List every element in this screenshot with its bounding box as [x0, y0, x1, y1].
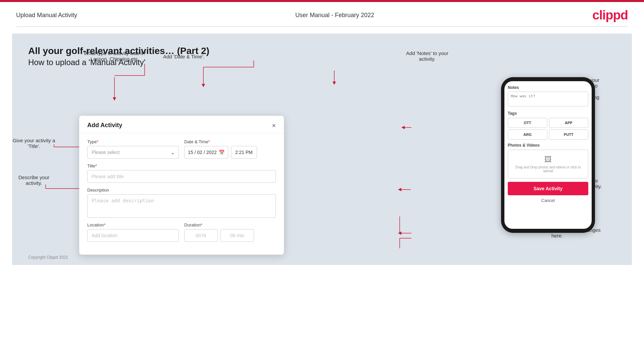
dialog-header: Add Activity ×: [79, 116, 284, 133]
date-input[interactable]: 15 / 02 / 2022 📅: [184, 146, 228, 159]
main-content: All your golf-relevant activities… (Part…: [12, 34, 632, 265]
add-activity-dialog: Add Activity × Type* Please select ⌄: [79, 116, 284, 255]
save-activity-button[interactable]: Save Activity: [508, 182, 588, 195]
title-group: Title*: [87, 163, 276, 183]
svg-marker-27: [398, 188, 401, 191]
dialog-title: Add Activity: [87, 122, 122, 129]
tag-putt[interactable]: PUTT: [549, 130, 589, 140]
svg-marker-5: [202, 84, 205, 87]
date-value: 15 / 02 / 2022: [188, 150, 217, 155]
header-left-title: Upload Manual Activity: [16, 12, 77, 19]
svg-marker-1: [113, 97, 116, 101]
annotation-date-time: Add 'Date & Time'.: [163, 54, 204, 59]
image-icon: 🖼: [511, 155, 585, 164]
location-group: Location*: [87, 222, 179, 242]
phone-mockup: Notes Tags OTT APP ARG PUTT Photos & Vid…: [501, 77, 595, 233]
pv-upload-text: Drag and Drop photos and videos or click…: [511, 165, 585, 173]
duration-group: Duration*: [184, 222, 276, 242]
header: Upload Manual Activity User Manual - Feb…: [0, 2, 644, 27]
phone-inner: Notes Tags OTT APP ARG PUTT Photos & Vid…: [504, 81, 592, 207]
annotation-title: Give your activity a 'Title'.: [12, 138, 56, 149]
time-value: 2:21 PM: [235, 150, 253, 155]
description-row: Description: [87, 188, 276, 218]
type-label: Type*: [87, 139, 179, 144]
tag-ott[interactable]: OTT: [508, 118, 547, 128]
copyright: Copyright Clippd 2021: [28, 255, 68, 260]
type-group: Type* Please select ⌄: [87, 139, 179, 159]
location-duration-row: Location* Duration*: [87, 222, 276, 242]
location-input[interactable]: [87, 229, 179, 242]
tags-grid: OTT APP ARG PUTT: [508, 118, 588, 140]
annotation-what-type: What type of activity was it? Lesson, Ch…: [81, 50, 148, 62]
datetime-group: Date & Time* 15 / 02 / 2022 📅 2:21 PM: [184, 139, 276, 159]
description-label: Description: [87, 188, 276, 193]
tag-arg[interactable]: ARG: [508, 130, 547, 140]
svg-marker-25: [401, 126, 405, 129]
header-center-title: User Manual - February 2022: [295, 12, 374, 19]
notes-label: Notes: [508, 85, 588, 90]
tag-app[interactable]: APP: [549, 118, 589, 128]
duration-hr-input[interactable]: [184, 229, 218, 242]
phone-panel: Notes Tags OTT APP ARG PUTT Photos & Vid…: [498, 77, 598, 233]
calendar-icon: 📅: [219, 150, 225, 155]
svg-marker-29: [398, 231, 401, 235]
cancel-link[interactable]: Cancel: [508, 198, 588, 203]
phone-screen: Notes Tags OTT APP ARG PUTT Photos & Vid…: [504, 81, 592, 229]
notes-input[interactable]: [508, 92, 588, 106]
title-row: Title*: [87, 163, 276, 183]
title-label: Title*: [87, 163, 276, 168]
annotation-notes: Add 'Notes' to your activity.: [394, 50, 461, 62]
type-select-wrapper: Please select ⌄: [87, 146, 179, 159]
duration-min-input[interactable]: [220, 229, 254, 242]
type-select[interactable]: Please select: [87, 146, 179, 159]
dialog-close-button[interactable]: ×: [272, 122, 276, 129]
datetime-label: Date & Time*: [184, 139, 276, 144]
svg-marker-23: [333, 82, 336, 85]
time-input[interactable]: 2:21 PM: [231, 146, 257, 159]
dialog-body: Type* Please select ⌄ Date & Time*: [79, 133, 284, 255]
header-divider: [16, 27, 628, 27]
description-group: Description: [87, 188, 276, 218]
clippd-logo: clippd: [592, 8, 628, 22]
description-textarea[interactable]: [87, 194, 276, 218]
location-label: Location*: [87, 222, 179, 227]
pv-upload-area[interactable]: 🖼 Drag and Drop photos and videos or cli…: [508, 150, 588, 178]
duration-label: Duration*: [184, 222, 276, 227]
tags-label: Tags: [508, 111, 588, 116]
title-input[interactable]: [87, 170, 276, 183]
datetime-inputs: 15 / 02 / 2022 📅 2:21 PM: [184, 146, 276, 159]
type-datetime-row: Type* Please select ⌄ Date & Time*: [87, 139, 276, 159]
duration-inputs: [184, 229, 276, 242]
pv-label: Photos & Videos: [508, 143, 588, 148]
annotation-describe: Describe your activity.: [12, 174, 56, 186]
